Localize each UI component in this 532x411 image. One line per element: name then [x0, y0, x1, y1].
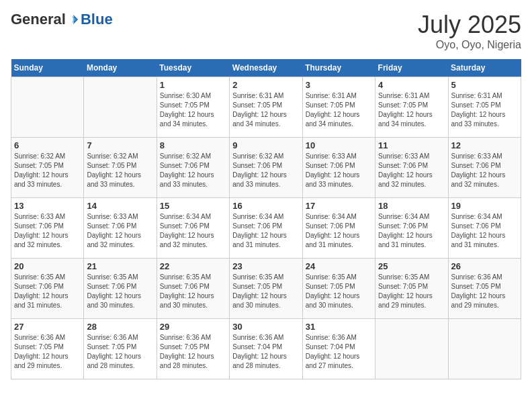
- day-info: Sunrise: 6:36 AMSunset: 7:05 PMDaylight:…: [14, 333, 81, 371]
- day-info: Sunrise: 6:36 AMSunset: 7:04 PMDaylight:…: [232, 333, 299, 371]
- weekday-header: Wednesday: [230, 59, 302, 77]
- day-number: 7: [87, 140, 153, 150]
- day-info: Sunrise: 6:33 AMSunset: 7:06 PMDaylight:…: [306, 152, 372, 189]
- day-number: 16: [232, 201, 299, 211]
- day-number: 4: [378, 80, 445, 90]
- calendar-day-cell: 31Sunrise: 6:36 AMSunset: 7:04 PMDayligh…: [302, 319, 375, 379]
- calendar-day-cell: 26Sunrise: 6:36 AMSunset: 7:05 PMDayligh…: [448, 259, 521, 319]
- calendar-day-cell: 27Sunrise: 6:36 AMSunset: 7:05 PMDayligh…: [11, 319, 84, 379]
- day-number: 8: [160, 140, 226, 150]
- logo-blue-text: Blue: [81, 11, 113, 28]
- day-info: Sunrise: 6:35 AMSunset: 7:05 PMDaylight:…: [232, 273, 299, 310]
- day-info: Sunrise: 6:32 AMSunset: 7:06 PMDaylight:…: [160, 152, 226, 189]
- day-info: Sunrise: 6:34 AMSunset: 7:06 PMDaylight:…: [378, 212, 445, 250]
- day-info: Sunrise: 6:36 AMSunset: 7:04 PMDaylight:…: [306, 333, 372, 371]
- weekday-header: Tuesday: [157, 59, 229, 77]
- calendar-day-cell: [11, 77, 84, 138]
- day-info: Sunrise: 6:32 AMSunset: 7:05 PMDaylight:…: [87, 152, 153, 189]
- day-info: Sunrise: 6:34 AMSunset: 7:06 PMDaylight:…: [160, 212, 226, 250]
- calendar-day-cell: 14Sunrise: 6:33 AMSunset: 7:06 PMDayligh…: [84, 198, 157, 259]
- day-info: Sunrise: 6:34 AMSunset: 7:06 PMDaylight:…: [232, 212, 299, 250]
- calendar-day-cell: [84, 77, 157, 138]
- calendar-day-cell: 21Sunrise: 6:35 AMSunset: 7:06 PMDayligh…: [84, 259, 157, 319]
- day-number: 9: [232, 140, 299, 150]
- day-number: 14: [87, 201, 153, 211]
- day-info: Sunrise: 6:32 AMSunset: 7:05 PMDaylight:…: [14, 152, 81, 189]
- calendar-day-cell: 22Sunrise: 6:35 AMSunset: 7:06 PMDayligh…: [157, 259, 229, 319]
- calendar-week-row: 13Sunrise: 6:33 AMSunset: 7:06 PMDayligh…: [11, 198, 521, 259]
- day-info: Sunrise: 6:33 AMSunset: 7:06 PMDaylight:…: [378, 152, 445, 189]
- logo-icon: [67, 13, 79, 26]
- day-number: 22: [160, 261, 226, 271]
- day-info: Sunrise: 6:33 AMSunset: 7:06 PMDaylight:…: [87, 212, 153, 250]
- logo: General Blue: [11, 11, 113, 28]
- day-info: Sunrise: 6:35 AMSunset: 7:05 PMDaylight:…: [306, 273, 372, 310]
- day-info: Sunrise: 6:30 AMSunset: 7:05 PMDaylight:…: [160, 91, 226, 129]
- day-info: Sunrise: 6:34 AMSunset: 7:06 PMDaylight:…: [306, 212, 372, 250]
- weekday-header: Saturday: [448, 59, 521, 77]
- weekday-header: Friday: [375, 59, 448, 77]
- calendar-day-cell: 29Sunrise: 6:36 AMSunset: 7:05 PMDayligh…: [157, 319, 229, 379]
- calendar-day-cell: [375, 319, 448, 379]
- calendar-week-row: 20Sunrise: 6:35 AMSunset: 7:06 PMDayligh…: [11, 259, 521, 319]
- calendar-day-cell: 7Sunrise: 6:32 AMSunset: 7:05 PMDaylight…: [84, 138, 157, 198]
- day-info: Sunrise: 6:32 AMSunset: 7:06 PMDaylight:…: [232, 152, 299, 189]
- title-section: July 2025 Oyo, Oyo, Nigeria: [418, 11, 521, 51]
- weekday-header: Monday: [84, 59, 157, 77]
- calendar-day-cell: 8Sunrise: 6:32 AMSunset: 7:06 PMDaylight…: [157, 138, 229, 198]
- day-info: Sunrise: 6:35 AMSunset: 7:06 PMDaylight:…: [87, 273, 153, 310]
- calendar-day-cell: 18Sunrise: 6:34 AMSunset: 7:06 PMDayligh…: [375, 198, 448, 259]
- location-title: Oyo, Oyo, Nigeria: [418, 39, 521, 51]
- day-info: Sunrise: 6:35 AMSunset: 7:05 PMDaylight:…: [378, 273, 445, 310]
- calendar-day-cell: [448, 319, 521, 379]
- day-number: 27: [14, 322, 81, 332]
- day-info: Sunrise: 6:36 AMSunset: 7:05 PMDaylight:…: [87, 333, 153, 371]
- day-number: 10: [306, 140, 372, 150]
- calendar-table: SundayMondayTuesdayWednesdayThursdayFrid…: [11, 59, 521, 379]
- calendar-day-cell: 11Sunrise: 6:33 AMSunset: 7:06 PMDayligh…: [375, 138, 448, 198]
- calendar-day-cell: 25Sunrise: 6:35 AMSunset: 7:05 PMDayligh…: [375, 259, 448, 319]
- day-number: 15: [160, 201, 226, 211]
- day-info: Sunrise: 6:33 AMSunset: 7:06 PMDaylight:…: [451, 152, 518, 189]
- day-info: Sunrise: 6:34 AMSunset: 7:06 PMDaylight:…: [451, 212, 518, 250]
- day-number: 13: [14, 201, 81, 211]
- day-number: 31: [306, 322, 372, 332]
- page-header: General Blue July 2025 Oyo, Oyo, Nigeria: [11, 11, 521, 51]
- month-title: July 2025: [418, 11, 521, 39]
- day-number: 19: [451, 201, 518, 211]
- day-info: Sunrise: 6:35 AMSunset: 7:06 PMDaylight:…: [160, 273, 226, 310]
- day-info: Sunrise: 6:31 AMSunset: 7:05 PMDaylight:…: [378, 91, 445, 129]
- day-number: 6: [14, 140, 81, 150]
- day-number: 2: [232, 80, 299, 90]
- calendar-day-cell: 16Sunrise: 6:34 AMSunset: 7:06 PMDayligh…: [230, 198, 302, 259]
- day-number: 11: [378, 140, 445, 150]
- calendar-week-row: 6Sunrise: 6:32 AMSunset: 7:05 PMDaylight…: [11, 138, 521, 198]
- day-info: Sunrise: 6:36 AMSunset: 7:05 PMDaylight:…: [451, 273, 518, 310]
- logo-general-text: General: [11, 11, 66, 28]
- calendar-day-cell: 6Sunrise: 6:32 AMSunset: 7:05 PMDaylight…: [11, 138, 84, 198]
- day-number: 3: [306, 80, 372, 90]
- calendar-day-cell: 12Sunrise: 6:33 AMSunset: 7:06 PMDayligh…: [448, 138, 521, 198]
- day-info: Sunrise: 6:31 AMSunset: 7:05 PMDaylight:…: [451, 91, 518, 129]
- calendar-day-cell: 10Sunrise: 6:33 AMSunset: 7:06 PMDayligh…: [302, 138, 375, 198]
- calendar-day-cell: 17Sunrise: 6:34 AMSunset: 7:06 PMDayligh…: [302, 198, 375, 259]
- day-number: 30: [232, 322, 299, 332]
- day-number: 24: [306, 261, 372, 271]
- day-info: Sunrise: 6:31 AMSunset: 7:05 PMDaylight:…: [306, 91, 372, 129]
- calendar-day-cell: 1Sunrise: 6:30 AMSunset: 7:05 PMDaylight…: [157, 77, 229, 138]
- day-number: 20: [14, 261, 81, 271]
- calendar-day-cell: 28Sunrise: 6:36 AMSunset: 7:05 PMDayligh…: [84, 319, 157, 379]
- calendar-day-cell: 15Sunrise: 6:34 AMSunset: 7:06 PMDayligh…: [157, 198, 229, 259]
- day-info: Sunrise: 6:33 AMSunset: 7:06 PMDaylight:…: [14, 212, 81, 250]
- calendar-day-cell: 5Sunrise: 6:31 AMSunset: 7:05 PMDaylight…: [448, 77, 521, 138]
- calendar-day-cell: 23Sunrise: 6:35 AMSunset: 7:05 PMDayligh…: [230, 259, 302, 319]
- day-number: 25: [378, 261, 445, 271]
- day-number: 29: [160, 322, 226, 332]
- calendar-day-cell: 13Sunrise: 6:33 AMSunset: 7:06 PMDayligh…: [11, 198, 84, 259]
- calendar-day-cell: 3Sunrise: 6:31 AMSunset: 7:05 PMDaylight…: [302, 77, 375, 138]
- day-number: 21: [87, 261, 153, 271]
- calendar-day-cell: 9Sunrise: 6:32 AMSunset: 7:06 PMDaylight…: [230, 138, 302, 198]
- calendar-day-cell: 24Sunrise: 6:35 AMSunset: 7:05 PMDayligh…: [302, 259, 375, 319]
- calendar-week-row: 27Sunrise: 6:36 AMSunset: 7:05 PMDayligh…: [11, 319, 521, 379]
- calendar-day-cell: 30Sunrise: 6:36 AMSunset: 7:04 PMDayligh…: [230, 319, 302, 379]
